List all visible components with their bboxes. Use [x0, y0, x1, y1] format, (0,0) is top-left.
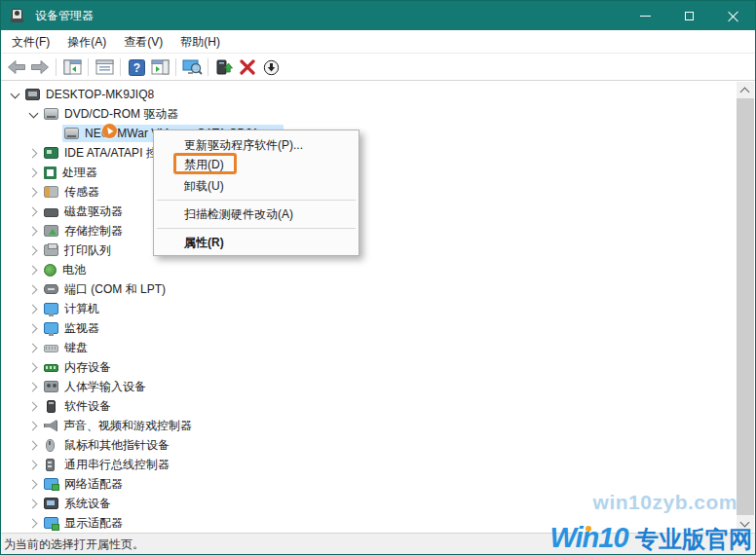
chevron-collapsed-icon[interactable]: [26, 477, 40, 491]
maximize-button[interactable]: [667, 1, 711, 30]
tree-item-computer[interactable]: 计算机: [2, 299, 737, 318]
tree-item-disk-drives[interactable]: 磁盘驱动器: [2, 202, 737, 221]
tree-item-software-devices[interactable]: 软件设备: [2, 396, 737, 416]
tree-item-usb-controllers[interactable]: 通用串行总线控制器: [2, 455, 737, 474]
menu-item-label: 扫描检测硬件改动(A): [184, 207, 293, 221]
chevron-collapsed-icon[interactable]: [26, 341, 40, 354]
toolbar: ?: [1, 55, 755, 81]
show-console-tree-icon[interactable]: [60, 56, 84, 78]
tree-item-sound-controllers[interactable]: 声音、视频和游戏控制器: [2, 416, 737, 435]
chevron-expanded-icon[interactable]: [26, 107, 40, 121]
chevron-collapsed-icon[interactable]: [26, 302, 40, 315]
menu-item-label: 更新驱动程序软件(P)...: [184, 138, 303, 152]
scan-hardware-changes-icon[interactable]: [180, 56, 204, 78]
storage-controller-icon: [44, 225, 58, 237]
tree-item-keyboards[interactable]: 键盘: [2, 338, 737, 357]
disable-icon[interactable]: [259, 56, 283, 78]
properties-icon[interactable]: [93, 56, 116, 78]
tree-item-memory-devices[interactable]: 内存设备: [2, 357, 737, 377]
chevron-collapsed-icon[interactable]: [26, 243, 40, 257]
vertical-scrollbar[interactable]: [737, 82, 754, 532]
chevron-collapsed-icon[interactable]: [26, 321, 40, 335]
close-icon: [728, 11, 738, 21]
computer-monitor-icon: [44, 303, 58, 314]
system-device-icon: [44, 498, 58, 509]
menu-file[interactable]: 文件(F): [3, 30, 58, 54]
chevron-collapsed-icon[interactable]: [26, 419, 40, 432]
tree-item-storage-controllers[interactable]: 存储控制器: [2, 221, 737, 240]
chevron-collapsed-icon[interactable]: [26, 224, 40, 238]
close-button[interactable]: [711, 1, 755, 30]
chevron-collapsed-icon[interactable]: [26, 185, 40, 199]
tree-item-dvd-cdrom[interactable]: DVD/CD-ROM 驱动器: [2, 104, 737, 124]
toolbar-separator: [88, 58, 89, 76]
chevron-collapsed-icon[interactable]: [26, 516, 40, 530]
tree-item-sensors[interactable]: 传感器: [2, 182, 737, 202]
scrollbar-thumb[interactable]: [737, 98, 754, 515]
chevron-collapsed-icon[interactable]: [26, 263, 40, 277]
chevron-collapsed-icon[interactable]: [26, 438, 40, 452]
tree-item-monitors[interactable]: 监视器: [2, 318, 737, 338]
back-icon[interactable]: [5, 56, 28, 78]
forward-icon[interactable]: [28, 56, 52, 78]
tree-item-label: 监视器: [64, 320, 99, 337]
chevron-collapsed-icon[interactable]: [26, 166, 40, 179]
menu-action[interactable]: 操作(A): [58, 30, 115, 54]
chevron-collapsed-icon[interactable]: [26, 399, 40, 413]
menu-view[interactable]: 查看(V): [115, 30, 171, 54]
chevron-collapsed-icon[interactable]: [26, 380, 40, 393]
tree-item-label: 通用串行总线控制器: [64, 457, 170, 473]
maximize-icon: [685, 12, 694, 20]
chevron-collapsed-icon[interactable]: [26, 146, 40, 160]
minimize-button[interactable]: [624, 1, 667, 30]
chevron-collapsed-icon[interactable]: [26, 282, 40, 296]
chevron-collapsed-icon[interactable]: [26, 458, 40, 471]
tree-item-label: 声音、视频和游戏控制器: [63, 418, 192, 434]
click-annotation-dot: [102, 124, 117, 138]
uninstall-icon[interactable]: [236, 56, 259, 78]
menu-item-scan-hardware-changes[interactable]: 扫描检测硬件改动(A): [154, 204, 359, 224]
tree-item-processors[interactable]: 处理器: [2, 163, 737, 182]
tree-item-label: 传感器: [64, 184, 99, 201]
context-menu: 更新驱动程序软件(P)... 禁用(D) 卸载(U) 扫描检测硬件改动(A) 属…: [153, 130, 359, 256]
printer-icon: [44, 244, 58, 256]
help-icon[interactable]: ?: [125, 56, 148, 78]
processor-icon: [44, 166, 57, 179]
tree-item-label: DESKTOP-MK9JIQ8: [46, 88, 154, 101]
menu-item-update-driver[interactable]: 更新驱动程序软件(P)...: [154, 135, 359, 155]
tree-item-desktop[interactable]: DESKTOP-MK9JIQ8: [2, 85, 737, 104]
tree-item-label: 鼠标和其他指针设备: [64, 437, 170, 454]
chevron-collapsed-icon[interactable]: [26, 497, 40, 510]
menu-separator: [157, 228, 356, 229]
tree-item-mice[interactable]: 鼠标和其他指针设备: [2, 435, 737, 455]
cd-drive-icon: [64, 128, 79, 139]
tree-item-batteries[interactable]: 电池: [2, 260, 737, 279]
toolbar-separator: [56, 58, 57, 76]
minimize-icon: [640, 16, 651, 17]
watermark-site-url: win10zyb.com: [593, 491, 737, 514]
tree-item-label: 人体学输入设备: [64, 379, 146, 395]
show-action-pane-icon[interactable]: [148, 56, 171, 78]
chevron-collapsed-icon[interactable]: [26, 204, 40, 218]
scroll-up-icon[interactable]: [737, 82, 754, 98]
port-icon: [44, 284, 58, 294]
computer-icon: [25, 89, 40, 100]
tree-item-ide-controller[interactable]: IDE ATA/ATAPI 控制器: [2, 143, 737, 163]
menu-item-disable[interactable]: 禁用(D): [154, 155, 359, 174]
chevron-expanded-icon[interactable]: [8, 88, 21, 101]
tree-item-label: 网络适配器: [64, 476, 123, 493]
chevron-collapsed-icon[interactable]: [26, 360, 40, 374]
menu-item-uninstall[interactable]: 卸载(U): [154, 176, 359, 196]
menu-item-properties[interactable]: 属性(R): [154, 233, 359, 252]
update-driver-icon[interactable]: [212, 56, 236, 78]
tree-item-ports[interactable]: 端口 (COM 和 LPT): [2, 279, 737, 299]
tree-item-print-queues[interactable]: 打印队列: [2, 240, 737, 260]
monitor-icon: [44, 322, 58, 334]
menu-bar: 文件(F) 操作(A) 查看(V) 帮助(H): [1, 30, 755, 54]
menu-help[interactable]: 帮助(H): [171, 30, 229, 54]
tree-item-label: 计算机: [64, 301, 99, 317]
tree-item-label: 处理器: [62, 165, 97, 181]
keyboard-icon: [44, 345, 58, 352]
usb-icon: [46, 459, 55, 471]
tree-item-hid[interactable]: 人体学输入设备: [2, 377, 737, 396]
